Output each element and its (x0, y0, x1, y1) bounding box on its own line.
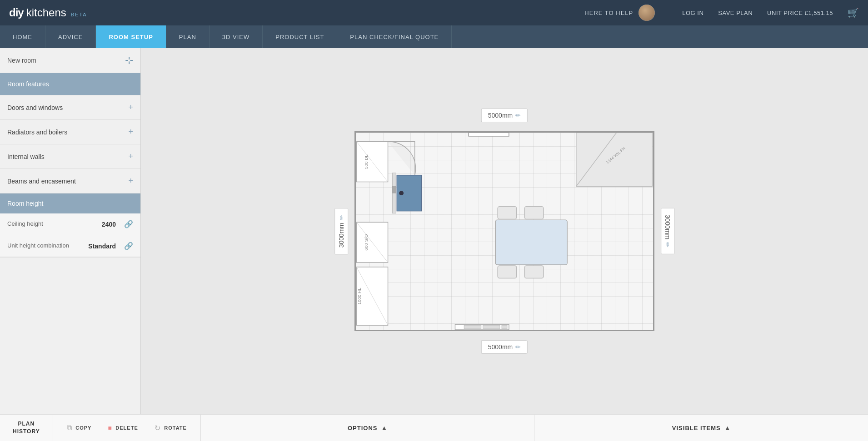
copy-section: ⧉ COPY ■ DELETE ↻ ROTATE (53, 415, 201, 441)
section-beams-header[interactable]: Beams and encasement + (0, 169, 140, 193)
sidebar-new-room: New room ⊹ (0, 48, 140, 73)
unit-height-label: Unit height combination (7, 242, 84, 250)
dim-left-value: 3000mm (338, 223, 345, 247)
plan-history-label: PLANHISTORY (13, 420, 40, 436)
login-button[interactable]: LOG IN (682, 10, 703, 16)
navbar: HOME ADVICE ROOM SETUP PLAN 3D VIEW PROD… (0, 25, 868, 48)
here-to-help-text: HERE TO HELP (584, 10, 633, 16)
options-section[interactable]: OPTIONS ▲ (201, 415, 535, 441)
svg-text:600 S/O: 600 S/O (364, 234, 369, 251)
delete-label: DELETE (115, 425, 138, 431)
logo-kitchens: kitchens (26, 6, 66, 19)
options-arrow-icon: ▲ (381, 424, 387, 431)
section-doors-windows: Doors and windows + (0, 95, 140, 120)
internal-walls-add-icon[interactable]: + (128, 152, 133, 161)
rotate-button[interactable]: ↻ ROTATE (150, 421, 191, 435)
dim-top-value: 5000mm (488, 112, 513, 119)
dim-right-edit-icon[interactable]: ✏ (664, 242, 671, 248)
svg-point-5 (399, 191, 404, 195)
avatar-image (639, 5, 655, 21)
unit-price: UNIT PRICE £1,551.15 (767, 10, 833, 16)
logo-diy: diy (9, 6, 24, 19)
copy-icon: ⧉ (67, 424, 72, 432)
section-doors-windows-header[interactable]: Doors and windows + (0, 95, 140, 119)
unit-height-row: Unit height combination Standard 🔗 (0, 235, 140, 257)
svg-rect-21 (495, 220, 567, 265)
svg-rect-25 (524, 265, 543, 278)
logo-beta: BETA (71, 12, 87, 17)
visible-items-arrow-icon: ▲ (724, 424, 731, 431)
copy-label: COPY (75, 425, 91, 431)
logo: diykitchens BETA (9, 6, 87, 19)
beams-add-icon[interactable]: + (128, 176, 133, 186)
dimension-bottom[interactable]: 5000mm ✏ (481, 340, 528, 354)
header: diykitchens BETA HERE TO HELP LOG IN SAV… (0, 0, 868, 25)
ceiling-height-label: Ceiling height (7, 220, 97, 228)
nav-advice[interactable]: ADVICE (45, 25, 96, 48)
svg-rect-0 (469, 133, 509, 136)
nav-product-list[interactable]: PRODUCT LIST (263, 25, 337, 48)
dim-top-edit-icon[interactable]: ✏ (515, 112, 521, 119)
delete-icon: ■ (108, 424, 112, 431)
dimension-right[interactable]: 3000mm ✏ (661, 208, 674, 254)
canvas-area[interactable]: 5000mm ✏ 5000mm ✏ 3000mm ✏ 3000mm ✏ (141, 48, 868, 414)
svg-rect-18 (464, 325, 481, 329)
svg-rect-22 (498, 206, 516, 219)
save-plan-button[interactable]: SAVE PLAN (718, 10, 753, 16)
section-radiators-label: Radiators and boilers (7, 129, 67, 136)
rotate-label: ROTATE (164, 425, 187, 431)
main-layout: New room ⊹ Room features Doors and windo… (0, 48, 868, 414)
nav-plan[interactable]: PLAN (166, 25, 210, 48)
section-radiators-header[interactable]: Radiators and boilers + (0, 120, 140, 144)
svg-rect-20 (502, 325, 507, 329)
avatar[interactable] (639, 5, 655, 21)
section-beams: Beams and encasement + (0, 169, 140, 193)
copy-button[interactable]: ⧉ COPY (62, 421, 96, 435)
unit-height-value: Standard (88, 243, 116, 250)
bottom-bar: PLANHISTORY ⧉ COPY ■ DELETE ↻ ROTATE OPT… (0, 414, 868, 441)
section-internal-walls-header[interactable]: Internal walls + (0, 144, 140, 168)
section-room-features-label: Room features (7, 80, 49, 88)
dim-left-edit-icon[interactable]: ✏ (338, 214, 345, 220)
delete-button[interactable]: ■ DELETE (103, 421, 142, 434)
radiators-add-icon[interactable]: + (128, 127, 133, 137)
header-right: LOG IN SAVE PLAN UNIT PRICE £1,551.15 🛒 (682, 7, 859, 18)
room-height-label: Room height (7, 200, 43, 207)
visible-items-label: VISIBLE ITEMS (672, 425, 721, 431)
section-beams-label: Beams and encasement (7, 178, 76, 185)
section-room-features: Room features (0, 73, 140, 95)
visible-items-section[interactable]: VISIBLE ITEMS ▲ (534, 415, 868, 441)
nav-3d-view[interactable]: 3D VIEW (210, 25, 263, 48)
ceiling-height-value: 2400 (102, 221, 116, 228)
new-room-icon[interactable]: ⊹ (125, 55, 133, 66)
svg-rect-17 (455, 324, 509, 330)
floor-plan-svg: 500 DL 600 S/O (356, 133, 653, 330)
dimension-top[interactable]: 5000mm ✏ (481, 109, 528, 122)
section-radiators: Radiators and boilers + (0, 120, 140, 144)
nav-home[interactable]: HOME (0, 25, 45, 48)
nav-plan-check[interactable]: PLAN CHECK/FINAL QUOTE (337, 25, 452, 48)
room-height-header[interactable]: Room height (0, 193, 140, 213)
cart-icon[interactable]: 🛒 (848, 7, 859, 18)
dim-bottom-edit-icon[interactable]: ✏ (515, 343, 521, 351)
plan-history-section[interactable]: PLANHISTORY (0, 415, 53, 441)
section-doors-windows-label: Doors and windows (7, 104, 63, 111)
section-internal-walls-label: Internal walls (7, 153, 45, 160)
svg-text:500 DL: 500 DL (364, 154, 369, 168)
svg-rect-7 (392, 186, 396, 193)
doors-windows-add-icon[interactable]: + (128, 103, 133, 112)
room-box: 500 DL 600 S/O (354, 131, 654, 331)
rotate-icon: ↻ (155, 424, 161, 432)
svg-rect-23 (524, 206, 543, 219)
dim-right-value: 3000mm (664, 214, 671, 239)
ceiling-height-edit-icon[interactable]: 🔗 (124, 220, 133, 228)
unit-height-edit-icon[interactable]: 🔗 (124, 242, 133, 250)
dimension-left[interactable]: 3000mm ✏ (334, 208, 348, 254)
room-height-content: Ceiling height 2400 🔗 Unit height combin… (0, 213, 140, 257)
dim-bottom-value: 5000mm (488, 343, 513, 351)
section-internal-walls: Internal walls + (0, 144, 140, 169)
svg-rect-19 (483, 325, 500, 329)
new-room-label: New room (7, 57, 36, 64)
nav-room-setup[interactable]: ROOM SETUP (96, 25, 166, 48)
section-room-features-header[interactable]: Room features (0, 73, 140, 95)
